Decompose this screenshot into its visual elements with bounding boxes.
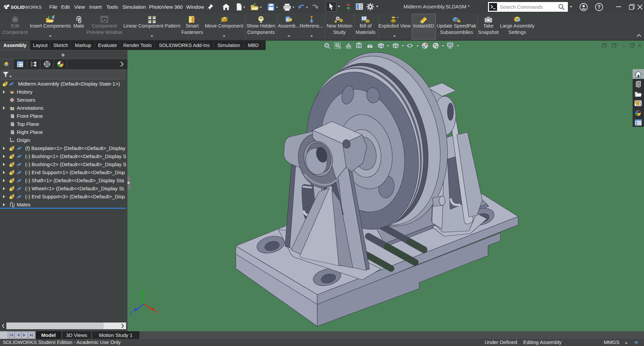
svg-text:(-) Shaft<1> (Default<<Default: (-) Shaft<1> (Default<<Default>_Display …	[25, 178, 124, 183]
svg-text:SOLIDWORKS: SOLIDWORKS	[11, 5, 42, 10]
svg-text:Y: Y	[142, 285, 145, 290]
svg-text:History: History	[17, 89, 33, 95]
svg-text:Z: Z	[129, 311, 132, 316]
svg-text:Midterm Assembly (Default<Dis: Midterm Assembly (Default<Display State-…	[18, 81, 120, 87]
svg-text:Sensors: Sensors	[17, 97, 35, 103]
svg-text:X: X	[156, 310, 158, 314]
svg-text:?: ?	[597, 4, 601, 10]
svg-text:(-) Bushing<2> (Default<<Defau: (-) Bushing<2> (Default<<Default>_Displa…	[25, 161, 126, 167]
svg-text:(-) Bushing<1> (Default<<Defau: (-) Bushing<1> (Default<<Default>_Displa…	[25, 153, 126, 159]
svg-text:Right Plane: Right Plane	[17, 129, 43, 135]
svg-text:(-) End Support<1> (Default<<D: (-) End Support<1> (Default<<Default>_Di…	[25, 169, 125, 175]
svg-text:(-) Wheel<1> (Default<<Default: (-) Wheel<1> (Default<<Default>_Display …	[25, 186, 125, 191]
svg-text:(f) Baseplate<1> (Default<<Def: (f) Baseplate<1> (Default<<Default>_Disp…	[25, 145, 125, 151]
svg-text:Mates: Mates	[17, 202, 31, 207]
svg-text:A: A	[11, 107, 13, 110]
svg-text:Front Plane: Front Plane	[17, 113, 43, 119]
svg-text:Origin: Origin	[17, 137, 30, 143]
svg-text:(-) End Support<3> (Default<<D: (-) End Support<3> (Default<<Default>_Di…	[25, 194, 125, 199]
svg-text:Annotations: Annotations	[17, 105, 43, 111]
svg-text:Top Plane: Top Plane	[17, 121, 39, 127]
